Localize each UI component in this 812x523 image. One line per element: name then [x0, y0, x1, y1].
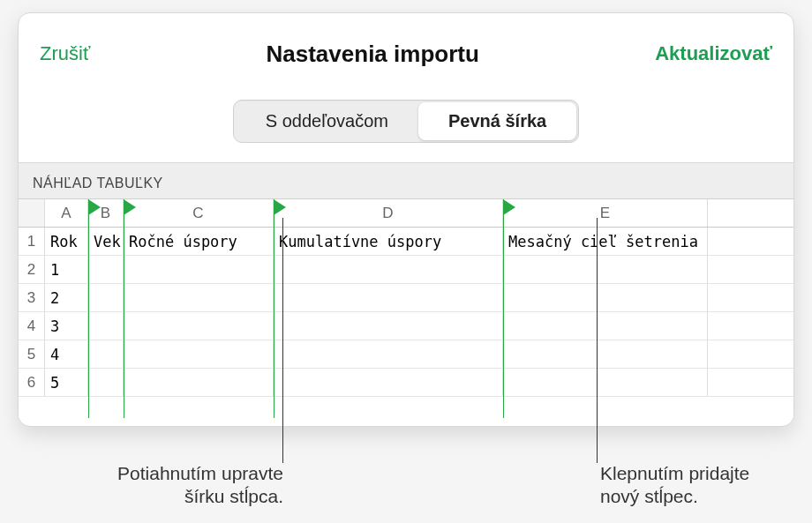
- cell: [274, 312, 503, 340]
- cell: [274, 340, 503, 368]
- cell: [88, 312, 124, 340]
- annotation-text: šírku stĺpca.: [184, 486, 283, 506]
- cell: [503, 256, 708, 283]
- column-header-d[interactable]: D: [274, 199, 503, 227]
- cell: 3: [45, 312, 88, 340]
- import-settings-dialog: Zrušiť Nastavenia importu Aktualizovať S…: [18, 12, 794, 427]
- cell: 4: [45, 340, 88, 368]
- cell: [503, 369, 708, 396]
- segment-delimited[interactable]: S oddeľovačom: [236, 102, 418, 140]
- cell: [274, 284, 503, 311]
- cell: [274, 256, 503, 283]
- cell: [503, 284, 708, 311]
- cell: [124, 340, 274, 368]
- column-handle-icon[interactable]: [274, 199, 286, 215]
- annotation-drag: Potiahnutím upravte šírku stĺpca.: [98, 462, 283, 509]
- cell: Mesačný cieľ šetrenia: [503, 228, 708, 255]
- table-row: 1 Rok Vek Ročné úspory Kumulatívne úspor…: [19, 228, 793, 256]
- cell: Ročné úspory: [124, 228, 274, 255]
- segment-fixed-width[interactable]: Pevná šírka: [418, 102, 576, 140]
- dialog-title: Nastavenia importu: [90, 41, 655, 68]
- cell: 5: [45, 369, 88, 396]
- annotation-text: Potiahnutím upravte: [117, 463, 283, 483]
- cell: 1: [45, 256, 88, 283]
- row-header: 5: [19, 340, 45, 368]
- preview-grid: A B C D E 1 Rok Vek Ročné úspory Kumulat…: [19, 199, 793, 397]
- cell: [274, 369, 503, 396]
- row-header: 4: [19, 312, 45, 340]
- column-handle-icon[interactable]: [88, 199, 101, 215]
- mode-segmented-control[interactable]: S oddeľovačom Pevná šírka: [233, 100, 579, 143]
- row-header: 1: [19, 228, 45, 255]
- column-handle-icon[interactable]: [124, 199, 136, 215]
- table-row: 3 2: [19, 284, 793, 312]
- segmented-control-wrap: S oddeľovačom Pevná šírka: [19, 78, 793, 163]
- column-header-c[interactable]: C: [124, 199, 274, 227]
- column-header-e[interactable]: E: [503, 199, 708, 227]
- table-row: 2 1: [19, 256, 793, 284]
- table-row: 6 5: [19, 369, 793, 397]
- cell: [124, 284, 274, 311]
- row-header: 6: [19, 369, 45, 396]
- cell: [88, 340, 124, 368]
- cell: 2: [45, 284, 88, 311]
- cell: [503, 312, 708, 340]
- corner-cell: [19, 199, 45, 227]
- annotation-text: nový stĺpec.: [600, 486, 698, 506]
- cell: [124, 312, 274, 340]
- annotation-tap: Klepnutím pridajte nový stĺpec.: [600, 462, 786, 509]
- cell: [88, 369, 124, 396]
- cell: [124, 256, 274, 283]
- cell: Vek: [88, 228, 124, 255]
- column-header-a[interactable]: A: [45, 199, 88, 227]
- cell: [124, 369, 274, 396]
- table-row: 4 3: [19, 312, 793, 340]
- column-handle-icon[interactable]: [503, 199, 515, 215]
- table-row: 5 4: [19, 340, 793, 369]
- cell: [88, 256, 124, 283]
- update-button[interactable]: Aktualizovať: [655, 42, 772, 65]
- callout-leader: [597, 218, 598, 463]
- annotation-text: Klepnutím pridajte: [600, 463, 749, 483]
- cell: [503, 340, 708, 368]
- callout-leader: [282, 218, 283, 463]
- dialog-header: Zrušiť Nastavenia importu Aktualizovať: [19, 13, 793, 78]
- table-preview[interactable]: A B C D E 1 Rok Vek Ročné úspory Kumulat…: [19, 199, 793, 418]
- cell: Kumulatívne úspory: [274, 228, 503, 255]
- cell: [88, 284, 124, 311]
- row-header: 2: [19, 256, 45, 283]
- table-preview-label: NÁHĽAD TABUĽKY: [19, 163, 793, 199]
- row-header: 3: [19, 284, 45, 311]
- cell: Rok: [45, 228, 88, 255]
- cancel-button[interactable]: Zrušiť: [40, 42, 90, 65]
